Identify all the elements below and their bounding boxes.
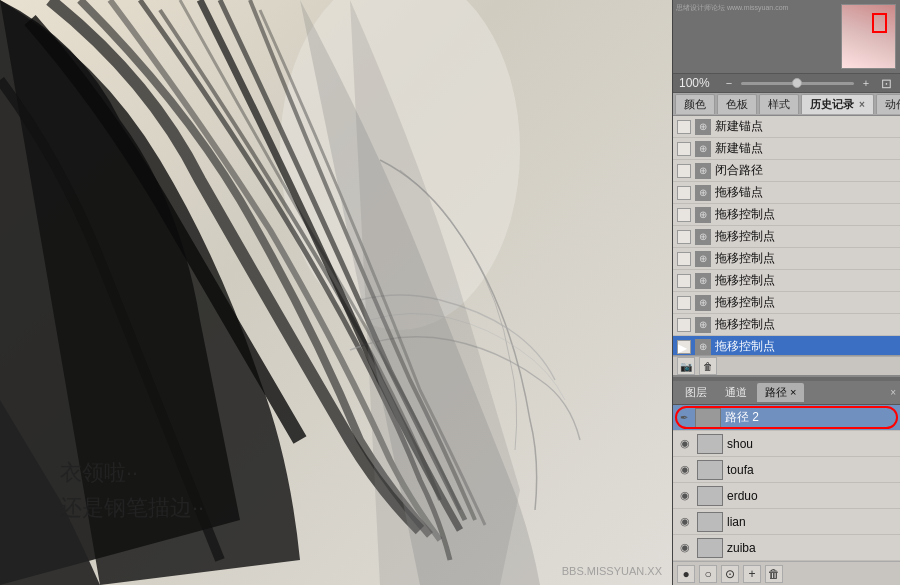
history-item-selected[interactable]: ▶ ⊕ 拖移控制点 (673, 336, 900, 356)
history-toolbar: 📷 🗑 (673, 356, 900, 377)
hist-icon: ⊕ (695, 229, 711, 245)
tab-color[interactable]: 颜色 (675, 94, 715, 114)
zoom-fit-button[interactable]: ⊡ (878, 76, 894, 91)
tab-paths[interactable]: 路径 × (757, 383, 804, 402)
canvas-area: 衣领啦·· 还是钢笔描边·· BBS.MISSYUAN.XX (0, 0, 672, 585)
path-load-button[interactable]: ⊙ (721, 565, 739, 583)
hist-label: 拖移控制点 (715, 316, 775, 333)
zoom-plus-button[interactable]: + (858, 77, 874, 89)
path-item-toufa[interactable]: ◉ toufa (673, 457, 900, 483)
tab-history-close[interactable]: × (859, 99, 865, 110)
hist-icon: ⊕ (695, 273, 711, 289)
pen-icon: ✒ (677, 411, 691, 425)
layers-tabs-row: 图层 通道 路径 × (677, 383, 890, 402)
hist-label: 新建锚点 (715, 118, 763, 135)
history-item[interactable]: ⊕ 拖移控制点 (673, 292, 900, 314)
hist-icon: ⊕ (695, 295, 711, 311)
preview-thumbnail (841, 4, 896, 69)
hist-checkbox[interactable] (677, 186, 691, 200)
hist-checkbox[interactable] (677, 274, 691, 288)
hist-checkbox[interactable] (677, 318, 691, 332)
hist-checkbox[interactable] (677, 120, 691, 134)
history-item[interactable]: ⊕ 拖移控制点 (673, 226, 900, 248)
preview-area: 思绪设计师论坛 www.missyuan.com (673, 0, 900, 74)
hist-icon: ⊕ (695, 163, 711, 179)
hist-checkbox[interactable] (677, 296, 691, 310)
path-name-toufa: toufa (727, 463, 896, 477)
zoom-minus-button[interactable]: − (721, 77, 737, 89)
history-item[interactable]: ⊕ 新建锚点 (673, 138, 900, 160)
history-delete-button[interactable]: 🗑 (699, 357, 717, 375)
history-item[interactable]: ⊕ 闭合路径 (673, 160, 900, 182)
path-name-zuiba: zuiba (727, 541, 896, 555)
hist-checkbox[interactable] (677, 252, 691, 266)
hist-checkbox[interactable] (677, 230, 691, 244)
zoom-slider-thumb[interactable] (792, 78, 802, 88)
hist-icon: ⊕ (695, 207, 711, 223)
path-item-erduo[interactable]: ◉ erduo (673, 483, 900, 509)
zoom-value: 100% (679, 76, 717, 90)
hist-label: 新建锚点 (715, 140, 763, 157)
history-list: ⊕ 新建锚点 ⊕ 新建锚点 ⊕ 闭合路径 ⊕ 拖移锚点 ⊕ 拖移控制点 ⊕ 拖移… (673, 116, 900, 356)
history-item[interactable]: ⊕ 新建锚点 (673, 116, 900, 138)
history-item[interactable]: ⊕ 拖移控制点 (673, 248, 900, 270)
hist-icon: ⊕ (695, 119, 711, 135)
hist-label: 拖移控制点 (715, 250, 775, 267)
eye-icon: ◉ (677, 540, 693, 556)
hist-icon: ⊕ (695, 339, 711, 355)
path-name-lujing2: 路径 2 (725, 409, 896, 426)
hist-label: 拖移控制点 (715, 206, 775, 223)
history-item[interactable]: ⊕ 拖移锚点 (673, 182, 900, 204)
hist-icon: ⊕ (695, 251, 711, 267)
path-thumbnail (695, 408, 721, 428)
path-add-button[interactable]: + (743, 565, 761, 583)
path-item-shou[interactable]: ◉ shou (673, 431, 900, 457)
history-item[interactable]: ⊕ 拖移控制点 (673, 204, 900, 226)
eye-icon: ◉ (677, 488, 693, 504)
annotation-text: 衣领啦·· 还是钢笔描边·· (60, 455, 204, 525)
path-thumbnail (697, 538, 723, 558)
hist-label: 拖移锚点 (715, 184, 763, 201)
path-thumbnail (697, 512, 723, 532)
history-item[interactable]: ⊕ 拖移控制点 (673, 270, 900, 292)
eye-icon: ◉ (677, 462, 693, 478)
hist-icon: ⊕ (695, 185, 711, 201)
hist-label: 闭合路径 (715, 162, 763, 179)
hist-checkbox[interactable] (677, 164, 691, 178)
path-item-lujing2[interactable]: ✒ 路径 2 (673, 405, 900, 431)
hist-checkbox[interactable]: ▶ (677, 340, 691, 354)
eye-icon: ◉ (677, 436, 693, 452)
layers-panel-header: 图层 通道 路径 × × (673, 381, 900, 405)
hist-label: 拖移控制点 (715, 294, 775, 311)
history-item[interactable]: ⊕ 拖移控制点 (673, 314, 900, 336)
tab-layers[interactable]: 图层 (677, 383, 715, 402)
hist-checkbox[interactable] (677, 208, 691, 222)
tab-swatches[interactable]: 色板 (717, 94, 757, 114)
annotation-line2: 还是钢笔描边·· (60, 490, 204, 525)
hist-label: 拖移控制点 (715, 228, 775, 245)
hist-checkbox[interactable] (677, 142, 691, 156)
history-snapshot-button[interactable]: 📷 (677, 357, 695, 375)
path-delete-button[interactable]: 🗑 (765, 565, 783, 583)
path-stroke-button[interactable]: ○ (699, 565, 717, 583)
path-item-lian[interactable]: ◉ lian (673, 509, 900, 535)
paths-list: ✒ 路径 2 ◉ shou ◉ toufa ◉ erduo (673, 405, 900, 561)
tab-actions[interactable]: 动作 (876, 94, 900, 114)
path-fill-button[interactable]: ● (677, 565, 695, 583)
hist-label: 拖移控制点 (715, 272, 775, 289)
tab-styles[interactable]: 样式 (759, 94, 799, 114)
tab-channels[interactable]: 通道 (717, 383, 755, 402)
layers-panel-close[interactable]: × (890, 387, 896, 398)
tab-history[interactable]: 历史记录 × (801, 94, 874, 114)
path-thumbnail (697, 460, 723, 480)
path-thumbnail (697, 486, 723, 506)
tabs-row: 颜色 色板 样式 历史记录 × 动作 (673, 93, 900, 115)
layers-panel: 图层 通道 路径 × × ✒ 路径 2 ◉ shou ◉ (673, 381, 900, 585)
path-item-zuiba[interactable]: ◉ zuiba (673, 535, 900, 561)
path-thumbnail (697, 434, 723, 454)
bottom-watermark: BBS.MISSYUAN.XX (562, 565, 662, 577)
path-name-shou: shou (727, 437, 896, 451)
layers-toolbar: ● ○ ⊙ + 🗑 (673, 561, 900, 585)
right-panel: 思绪设计师论坛 www.missyuan.com 100% − + ⊡ 颜色 色… (672, 0, 900, 585)
zoom-slider-track[interactable] (741, 82, 854, 85)
